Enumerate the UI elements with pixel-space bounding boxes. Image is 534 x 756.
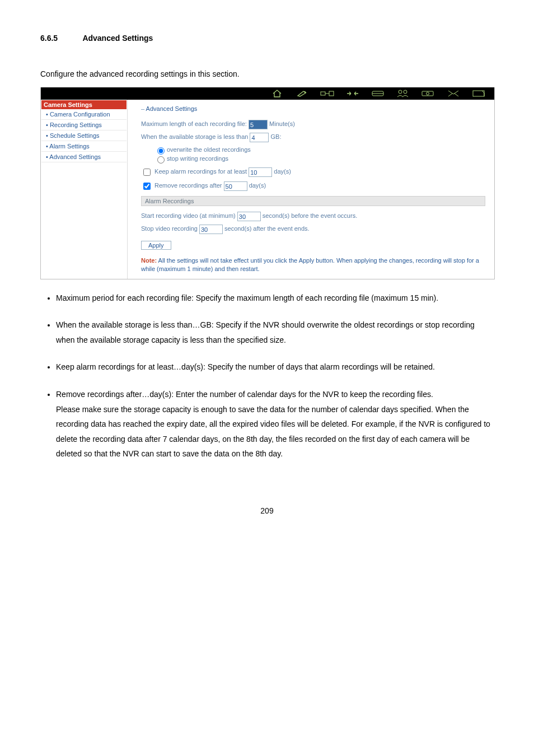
svg-rect-0 [321, 92, 325, 95]
camera-icon[interactable] [415, 90, 441, 97]
sidebar-item-camera-configuration[interactable]: Camera Configuration [41, 109, 127, 120]
home-icon[interactable] [264, 90, 289, 97]
radio-overwrite-label: overwrite the oldest recordings [167, 146, 251, 153]
keep-input[interactable] [249, 167, 272, 177]
keep-unit: day(s) [274, 168, 291, 175]
content-panel: Advanced Settings Maximum length of each… [128, 100, 495, 279]
section-number: 6.6.5 [40, 34, 81, 43]
radio-stop-input[interactable] [157, 156, 165, 164]
max-length-label: Maximum length of each recording file: [141, 120, 249, 127]
start-label: Start recording video (at minimum) [141, 212, 237, 219]
start-unit: second(s) before the event occurs. [263, 212, 357, 219]
bullet-keep: Keep alarm recordings for at least…day(s… [56, 360, 494, 375]
svg-point-8 [426, 92, 429, 95]
svg-point-6 [404, 90, 407, 94]
bullet-remove-line1: Remove recordings after…day(s): Enter th… [56, 390, 433, 399]
sidebar-header: Camera Settings [41, 100, 127, 109]
bullet-max-period: Maximum period for each recording file: … [56, 291, 494, 306]
radio-stop[interactable]: stop writing recordings [154, 155, 228, 162]
section-heading: 6.6.5 Advanced Settings [40, 34, 494, 43]
svg-rect-2 [329, 91, 334, 96]
bullet-remove: Remove recordings after…day(s): Enter th… [56, 387, 494, 461]
device-icon[interactable] [315, 90, 340, 97]
sidebar-item-alarm-settings[interactable]: Alarm Settings [41, 141, 127, 152]
wrench-icon[interactable] [289, 90, 315, 97]
stop-label: Stop video recording [141, 225, 199, 232]
panel-title: Advanced Settings [141, 105, 485, 114]
apply-button[interactable]: Apply [141, 241, 171, 250]
section-title: Advanced Settings [82, 34, 153, 43]
max-length-input[interactable] [249, 120, 268, 129]
alarm-recordings-header: Alarm Recordings [141, 196, 485, 206]
start-input[interactable] [237, 212, 261, 221]
envelope-icon[interactable] [441, 90, 466, 97]
screenshot: Camera Settings Camera Configuration Rec… [40, 87, 495, 279]
keep-label: Keep alarm recordings for at least [154, 168, 249, 175]
stop-unit: second(s) after the event ends. [224, 225, 310, 232]
remove-unit: day(s) [249, 182, 266, 189]
remove-label: Remove recordings after [154, 182, 224, 189]
users-icon[interactable] [390, 90, 415, 97]
sidebar-item-schedule-settings[interactable]: Schedule Settings [41, 130, 127, 141]
note-bold: Note: [141, 257, 157, 264]
radio-stop-label: stop writing recordings [167, 155, 228, 162]
remove-input[interactable] [224, 181, 247, 191]
disk-icon[interactable] [365, 90, 390, 97]
storage-label: When the available storage is less than [141, 133, 250, 140]
keep-checkbox[interactable] [143, 169, 151, 176]
radio-overwrite-input[interactable] [157, 147, 165, 155]
note: Note: All the settings will not take eff… [141, 256, 485, 273]
bullet-storage: When the available storage is less than…… [56, 318, 494, 347]
body-list: Maximum period for each recording file: … [40, 291, 494, 461]
stop-input[interactable] [199, 225, 223, 234]
arrows-icon[interactable] [340, 90, 365, 97]
remove-checkbox[interactable] [143, 183, 151, 190]
max-length-unit: Minute(s) [269, 120, 295, 127]
page-number: 209 [40, 506, 494, 515]
topbar [41, 87, 494, 100]
logs-icon[interactable] [466, 90, 491, 97]
sidebar-item-advanced-settings[interactable]: Advanced Settings [41, 152, 127, 162]
sidebar: Camera Settings Camera Configuration Rec… [41, 100, 128, 279]
svg-point-5 [399, 90, 402, 94]
storage-input[interactable] [250, 133, 269, 142]
intro-text: Configure the advanced recording setting… [40, 69, 494, 78]
bullet-remove-line2: Please make sure the storage capacity is… [56, 405, 490, 459]
storage-unit: GB: [271, 133, 282, 140]
sidebar-item-recording-settings[interactable]: Recording Settings [41, 120, 127, 130]
note-text: All the settings will not take effect un… [141, 257, 479, 272]
radio-overwrite[interactable]: overwrite the oldest recordings [154, 146, 251, 153]
